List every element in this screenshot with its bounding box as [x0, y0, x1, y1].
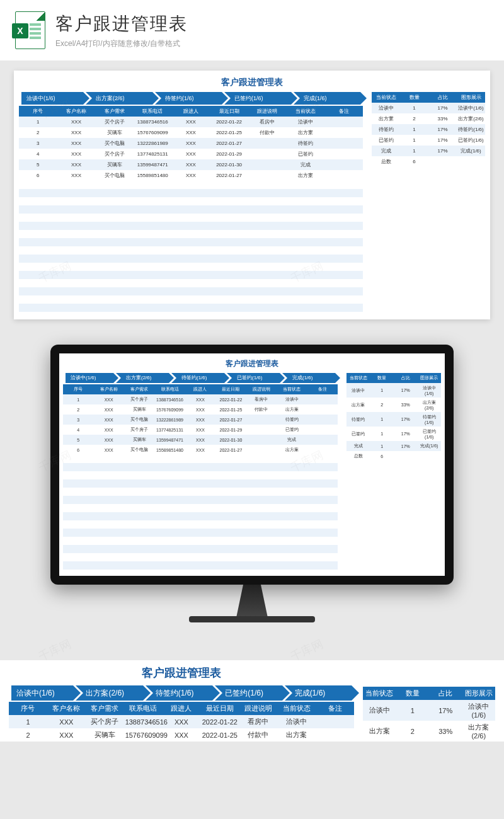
column-header: 跟进说明	[248, 106, 287, 117]
header-text-block: 客户跟进管理表 Excel/A4打印/内容随意修改/自带格式	[55, 12, 188, 49]
table-row: 2XXX买辆车15767609099XXX2022-01-25付款中出方案	[9, 728, 354, 742]
table-cell: XXX	[185, 435, 215, 445]
table-row: 完成117%完成(1/6)	[346, 441, 441, 451]
table-cell: XXX	[172, 159, 210, 170]
empty-rows	[19, 181, 363, 312]
table-cell: XXX	[172, 127, 210, 138]
table-cell	[457, 156, 485, 167]
table-cell: XXX	[185, 404, 215, 415]
column-header: 数量	[370, 373, 394, 383]
table-cell	[394, 451, 418, 461]
table-cell: XXX	[93, 445, 123, 455]
column-header: 当前状态	[346, 373, 370, 383]
table-cell: 13887346516	[124, 715, 163, 728]
table-cell: 17%	[428, 135, 457, 146]
table-cell	[316, 715, 354, 728]
table-cell: 17%	[429, 700, 462, 721]
column-header: 客户名称	[93, 384, 123, 394]
column-header: 备注	[324, 106, 363, 117]
table-cell: XXX	[93, 404, 123, 415]
column-header: 数量	[396, 687, 430, 700]
table-cell: 洽谈中	[287, 117, 325, 127]
stage-chevron: 出方案(2/6)	[86, 92, 152, 105]
table-cell: 2022-01-25	[215, 404, 246, 415]
table-cell: 4	[63, 425, 93, 435]
table-row: 已签约117%已签约(1/6)	[372, 135, 485, 146]
table-cell: 看房中	[248, 117, 287, 127]
table-cell: 2022-01-29	[210, 149, 248, 159]
table-cell	[307, 425, 338, 435]
column-header: 客户需求	[95, 106, 134, 117]
table-cell: XXX	[57, 127, 96, 138]
stage-chevron: 完成(1/6)	[294, 92, 360, 105]
table-cell: 付款中	[246, 404, 277, 415]
table-cell: 已签约	[287, 149, 325, 159]
table-cell: 1	[370, 383, 394, 398]
table-row: 总数6	[372, 156, 485, 167]
column-header: 当前状态	[277, 702, 316, 715]
table-cell: 洽谈中	[363, 700, 396, 721]
sheet-title: 客户跟进管理表	[19, 77, 485, 88]
stage-chevron: 已签约(1/6)	[224, 92, 291, 105]
column-header: 联系电话	[124, 702, 163, 715]
table-cell: 出方案	[287, 127, 325, 138]
table-cell: 完成	[277, 435, 307, 445]
table-cell: XXX	[93, 435, 123, 445]
table-cell: 1	[9, 715, 47, 728]
table-cell: 1	[370, 412, 394, 427]
table-cell	[307, 404, 338, 415]
template-preview-card: 客户跟进管理表 洽谈中(1/6) 出方案(2/6) 待签约(1/6) 已签约(1…	[14, 71, 490, 319]
table-cell: 13222861989	[154, 415, 185, 425]
table-cell: 总数	[346, 451, 370, 461]
column-header: 占比	[428, 92, 457, 103]
table-row: 已签约117%已签约(1/6)	[346, 427, 441, 441]
excel-icon-lines	[30, 23, 41, 41]
table-cell: 出方案(2/6)	[457, 113, 485, 124]
table-cell: XXX	[163, 728, 201, 742]
table-cell: 17%	[394, 441, 418, 451]
table-cell: XXX	[57, 138, 96, 149]
table-cell: 已签约(1/6)	[457, 135, 485, 146]
column-header: 序号	[19, 106, 57, 117]
table-cell: 4	[19, 149, 57, 159]
table-cell: 2022-01-27	[210, 138, 248, 149]
table-cell: 6	[370, 451, 394, 461]
table-cell	[248, 138, 287, 149]
table-cell: 已签约	[372, 135, 400, 146]
sheet-title: 客户跟进管理表	[63, 358, 441, 369]
summary-table: 当前状态数量占比图形展示 洽谈中117%洽谈中(1/6)出方案233%出方案(2…	[372, 92, 485, 167]
table-cell: XXX	[185, 394, 215, 404]
table-cell	[324, 138, 363, 149]
table-cell: 13222861989	[134, 138, 172, 149]
table-cell: XXX	[93, 394, 123, 404]
page-subtitle: Excel/A4打印/内容随意修改/自带格式	[55, 38, 188, 49]
table-cell: 完成	[372, 146, 400, 156]
table-cell: 待签约(1/6)	[418, 412, 442, 427]
table-cell: 13599487471	[154, 435, 185, 445]
table-cell: XXX	[172, 117, 210, 127]
table-row: 出方案233%出方案(2/6)	[372, 113, 485, 124]
table-cell	[418, 451, 442, 461]
column-header: 图形展示	[462, 687, 496, 700]
table-cell: 15767609099	[134, 127, 172, 138]
main-table-header-row: 序号客户名称客户需求联系电话跟进人最近日期跟进说明当前状态备注	[19, 106, 363, 117]
table-cell: 买个电脑	[95, 170, 134, 181]
table-cell: XXX	[185, 445, 215, 455]
table-cell: XXX	[47, 715, 86, 728]
table-cell: 买个电脑	[124, 445, 154, 455]
table-cell: 看房中	[246, 394, 277, 404]
column-header: 跟进说明	[246, 384, 277, 394]
table-cell: XXX	[47, 728, 86, 742]
table-cell: 出方案	[277, 728, 316, 742]
table-cell: 2	[63, 404, 93, 415]
table-cell: 洽谈中	[372, 103, 400, 113]
table-cell: XXX	[57, 159, 96, 170]
table-cell	[324, 149, 363, 159]
table-row: 2XXX买辆车15767609099XXX2022-01-25付款中出方案	[63, 404, 338, 415]
table-cell: 2	[9, 728, 47, 742]
table-row: 1XXX买个房子13887346516XXX2022-01-22看房中洽谈中	[19, 117, 363, 127]
column-header: 当前状态	[363, 687, 396, 700]
column-header: 数量	[400, 92, 428, 103]
table-cell: 2022-01-27	[215, 415, 246, 425]
column-header: 客户名称	[57, 106, 96, 117]
